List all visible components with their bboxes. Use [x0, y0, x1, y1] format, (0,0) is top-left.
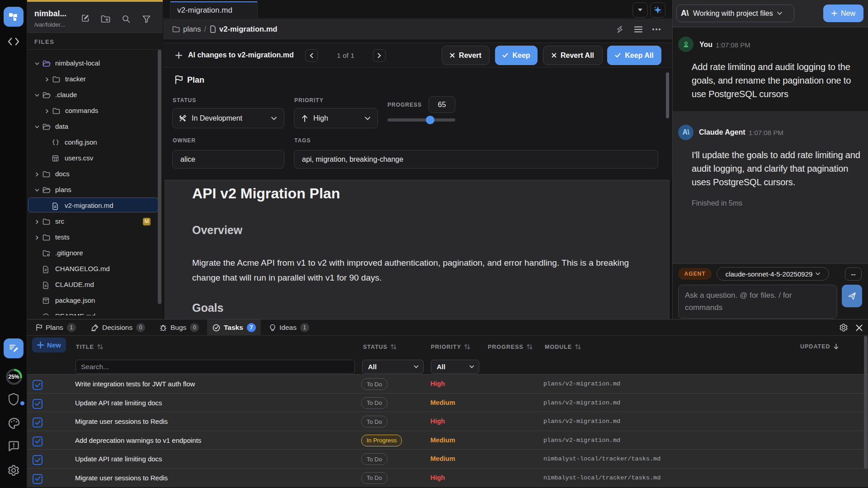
- svg-text:25%: 25%: [8, 374, 19, 380]
